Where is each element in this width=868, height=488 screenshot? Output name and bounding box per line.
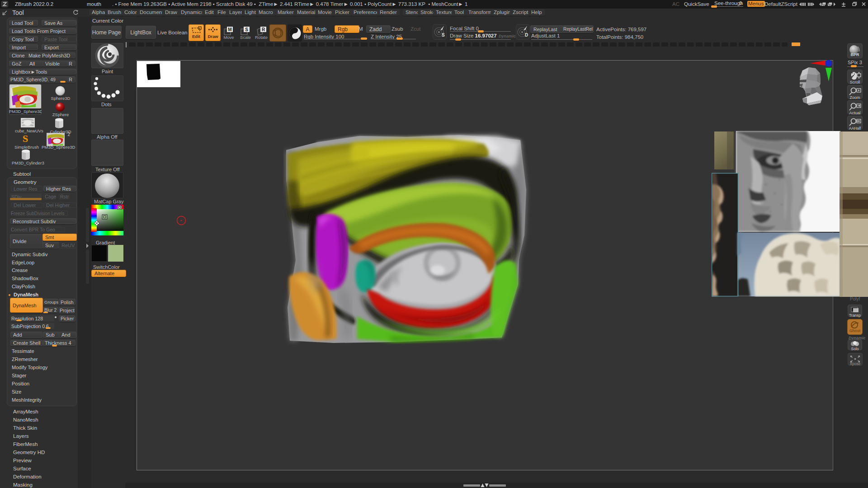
svg-text:Draw: Draw [208, 34, 218, 39]
svg-text:Scroll: Scroll [850, 80, 860, 84]
svg-text:Rotate: Rotate [255, 35, 268, 40]
svg-text:Scale: Scale [240, 35, 251, 40]
svg-text:S: S [245, 27, 248, 32]
svg-text:Solo: Solo [851, 347, 859, 351]
svg-text:Actual: Actual [849, 111, 860, 115]
svg-text:Xpose: Xpose [849, 361, 860, 366]
svg-text:D: D [525, 33, 528, 38]
svg-text:S: S [442, 33, 445, 38]
svg-text:R: R [262, 27, 265, 32]
svg-text:M: M [228, 27, 231, 32]
svg-text:BPR: BPR [850, 52, 859, 57]
svg-text:Zoom: Zoom [849, 95, 860, 100]
svg-text:Edit: Edit [192, 34, 201, 39]
svg-text:Ghost: Ghost [849, 328, 861, 333]
svg-text:S: S [23, 133, 28, 144]
svg-text:Move: Move [223, 35, 234, 40]
svg-text:Transp: Transp [849, 313, 861, 318]
